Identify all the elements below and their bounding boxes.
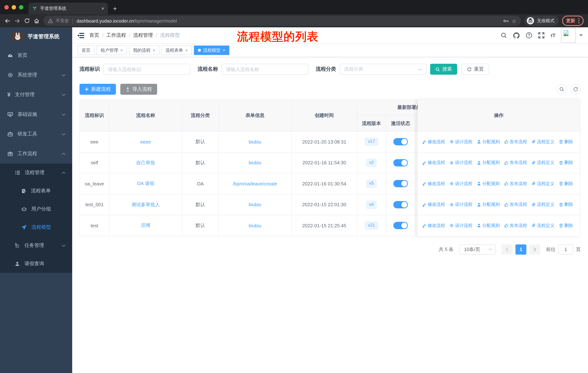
process-name-link[interactable]: 测试多审批人 <box>131 202 160 208</box>
key-icon[interactable] <box>503 18 509 24</box>
tag-home[interactable]: 首页 <box>78 46 94 55</box>
reload-icon[interactable] <box>24 18 30 24</box>
edit-action[interactable]: 修改流程 <box>422 181 445 187</box>
toggle-search-button[interactable] <box>557 84 567 94</box>
new-tab-button[interactable]: + <box>113 5 117 12</box>
form-link[interactable]: biubiu <box>249 223 261 228</box>
version-badge[interactable]: v5 <box>366 180 377 188</box>
sidebar-item-user-group[interactable]: 用户分组 <box>0 200 72 218</box>
edit-action[interactable]: 修改流程 <box>422 160 445 166</box>
design-action[interactable]: 设计流程 <box>450 139 472 145</box>
github-icon[interactable] <box>513 32 520 39</box>
version-badge[interactable]: v17 <box>365 138 378 146</box>
form-link[interactable]: /bpm/oa/leave/create <box>233 181 277 186</box>
window-controls[interactable] <box>0 0 28 14</box>
reset-button[interactable]: 重置 <box>462 64 489 75</box>
edit-action[interactable]: 修改流程 <box>422 139 445 145</box>
design-action[interactable]: 设计流程 <box>450 202 472 208</box>
sidebar-item-process-management[interactable]: 流程管理 <box>0 163 72 182</box>
page-number-button[interactable]: 1 <box>515 244 526 254</box>
form-link[interactable]: biubiu <box>249 202 261 207</box>
forward-icon[interactable] <box>14 18 21 24</box>
tag-my-process[interactable]: 我的流程× <box>129 46 159 55</box>
bookmark-star-icon[interactable]: ☆ <box>512 18 516 23</box>
url-bar[interactable]: 不安全 dashboard.yudao.iocoder.cn/bpm/manag… <box>43 16 521 26</box>
sidebar-item-workflow[interactable]: 工作流程 <box>0 144 72 163</box>
version-badge[interactable]: v2 <box>366 159 377 167</box>
back-icon[interactable] <box>4 18 10 24</box>
version-badge[interactable]: v4 <box>366 201 377 209</box>
tag-close-icon[interactable]: × <box>153 48 155 53</box>
tag-close-icon[interactable]: × <box>185 48 188 53</box>
process-name-link[interactable]: 自己审批 <box>136 160 155 166</box>
process-id-input[interactable] <box>108 67 186 72</box>
avatar[interactable] <box>561 28 576 43</box>
tag-close-icon[interactable]: × <box>120 48 123 53</box>
active-toggle[interactable] <box>393 159 408 166</box>
page-size-select[interactable]: 10条/页 <box>459 244 496 254</box>
update-label[interactable]: 更新 <box>566 18 575 24</box>
design-action[interactable]: 设计流程 <box>450 160 472 166</box>
close-window-button[interactable] <box>4 5 9 9</box>
trash-action[interactable]: 删除 <box>559 181 573 187</box>
sidebar-item-devtools[interactable]: 研发工具 <box>0 124 72 144</box>
user-action[interactable]: 分配规则 <box>477 160 500 166</box>
sidebar-item-home[interactable]: 首页 <box>0 46 72 65</box>
process-name-link[interactable]: OA 请假 <box>137 181 154 187</box>
import-process-button[interactable]: 导入流程 <box>120 84 157 95</box>
prev-page-button[interactable] <box>502 244 513 254</box>
home-icon[interactable] <box>33 18 40 24</box>
attachment-action[interactable]: 流程定义 <box>532 139 555 145</box>
sidebar-item-system[interactable]: 系统管理 <box>0 65 72 85</box>
tag-tenant[interactable]: 租户管理× <box>97 46 127 55</box>
publish-action[interactable]: 发布流程 <box>504 139 527 145</box>
process-name-link[interactable]: eeee <box>140 139 151 145</box>
version-badge[interactable]: v21 <box>365 222 378 230</box>
sidebar-item-leave-query[interactable]: 请假查询 <box>0 255 72 273</box>
update-button[interactable]: 更新 <box>562 16 584 26</box>
process-name-link[interactable]: 滔博 <box>141 222 150 229</box>
edit-action[interactable]: 修改流程 <box>422 202 445 208</box>
fontsize-icon[interactable]: ᴛT <box>550 32 555 38</box>
sidebar-logo[interactable]: 芋道管理系统 <box>0 27 72 46</box>
caret-down-icon[interactable] <box>579 34 583 36</box>
tag-close-icon[interactable]: × <box>223 48 225 53</box>
active-toggle[interactable] <box>393 222 408 229</box>
create-process-button[interactable]: 新建流程 <box>79 84 116 95</box>
attachment-action[interactable]: 流程定义 <box>532 202 555 208</box>
active-toggle[interactable] <box>393 138 408 146</box>
search-icon[interactable] <box>500 32 507 39</box>
attachment-action[interactable]: 流程定义 <box>532 160 555 166</box>
sidebar-item-infrastructure[interactable]: 基础设施 <box>0 105 72 124</box>
sidebar-item-payment[interactable]: ¥ 支付管理 <box>0 85 72 105</box>
trash-action[interactable]: 删除 <box>559 139 573 145</box>
breadcrumb-home[interactable]: 首页 <box>89 32 99 39</box>
trash-action[interactable]: 删除 <box>559 222 573 229</box>
attachment-action[interactable]: 流程定义 <box>532 181 555 187</box>
sidebar-item-process-model[interactable]: 流程模型 <box>0 218 72 236</box>
attachment-action[interactable]: 流程定义 <box>532 222 555 229</box>
tab-close-icon[interactable]: × <box>101 6 104 11</box>
form-link[interactable]: biubiu <box>249 160 261 166</box>
active-toggle[interactable] <box>393 201 408 208</box>
search-button[interactable]: 搜索 <box>430 64 457 75</box>
hamburger-collapse-icon[interactable] <box>77 32 84 39</box>
publish-action[interactable]: 发布流程 <box>504 160 527 166</box>
active-toggle[interactable] <box>393 180 408 187</box>
breadcrumb-process-management[interactable]: 流程管理 <box>133 32 153 39</box>
minimize-window-button[interactable] <box>12 5 16 9</box>
user-action[interactable]: 分配规则 <box>477 181 500 187</box>
maximize-window-button[interactable] <box>19 5 23 9</box>
user-action[interactable]: 分配规则 <box>477 222 500 229</box>
help-icon[interactable] <box>525 32 532 39</box>
publish-action[interactable]: 发布流程 <box>504 222 527 229</box>
tag-process-model[interactable]: 流程模型× <box>194 46 229 55</box>
sidebar-item-process-form[interactable]: 流程表单 <box>0 182 72 200</box>
process-name-input[interactable] <box>226 67 304 72</box>
breadcrumb-workflow[interactable]: 工作流程 <box>106 32 126 39</box>
user-action[interactable]: 分配规则 <box>477 202 500 208</box>
user-action[interactable]: 分配规则 <box>477 139 500 145</box>
trash-action[interactable]: 删除 <box>559 202 573 208</box>
refresh-table-button[interactable] <box>570 84 581 94</box>
trash-action[interactable]: 删除 <box>559 160 573 166</box>
